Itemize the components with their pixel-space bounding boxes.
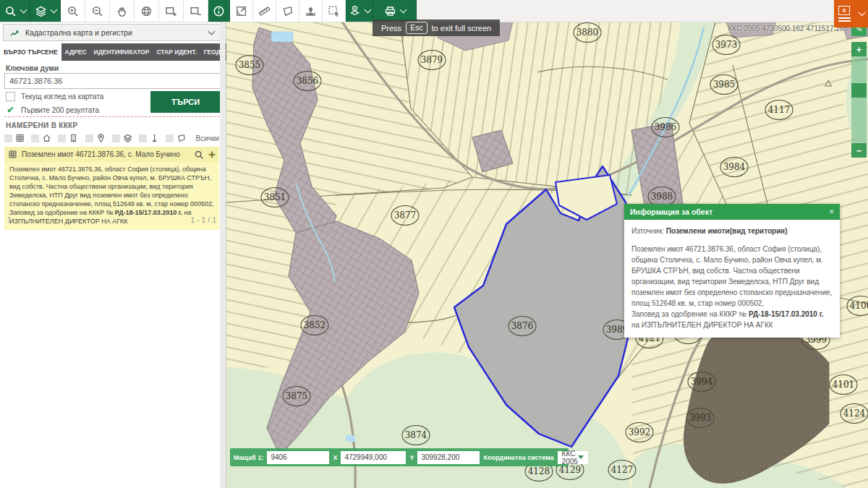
esc-key-badge: Esc	[406, 22, 427, 34]
upload-icon	[305, 5, 317, 17]
tab-quick-search[interactable]: БЪРЗО ТЪРСЕНЕ	[0, 43, 61, 61]
parcel-label-text: 4124	[843, 408, 866, 419]
select-region-icon	[328, 5, 340, 17]
current-view-checkbox[interactable]	[6, 92, 15, 101]
result-type-filters: Всички	[4, 132, 219, 145]
select-region-button[interactable]	[323, 0, 346, 22]
layers-tool-button[interactable]	[30, 0, 61, 22]
zoom-out-button[interactable]	[85, 0, 110, 22]
extent-remove-icon	[190, 5, 202, 17]
parcel-label-text: 4101	[833, 380, 855, 390]
pin-icon[interactable]	[96, 133, 106, 143]
parcel-label-text: 3973	[715, 40, 738, 50]
layer-select-label: Кадастрална карта и регистри	[25, 28, 132, 37]
filter-checkbox[interactable]	[58, 134, 66, 142]
popup-body: Източник: Поземлени имоти(вид територия)…	[624, 220, 840, 338]
dimension-tool-button[interactable]	[230, 0, 253, 22]
parcel-label-text: 3993	[689, 413, 712, 423]
print-button[interactable]	[373, 0, 417, 22]
map-container[interactable]: 3855385638793880387738513852387538743876…	[226, 22, 868, 488]
parcel-label-text: 3994	[691, 377, 713, 387]
orders-icon: 0	[838, 6, 851, 22]
page-number[interactable]: 1	[7, 215, 12, 224]
tooltip-text: Press	[381, 24, 401, 33]
search-button[interactable]: ТЪРСИ	[150, 91, 221, 113]
object-info-popup: Информация за обект × Източник: Поземлен…	[624, 204, 840, 338]
tab-identifier[interactable]: ИДЕНТИФИКАТОР	[90, 43, 153, 61]
parcel-label-text: 3856	[297, 76, 319, 86]
zoom-out-icon	[91, 5, 103, 17]
scale-input[interactable]	[267, 451, 329, 464]
info-icon	[213, 5, 225, 17]
popup-source-label: Източник:	[631, 227, 664, 235]
notifications-count-badge: 0	[838, 6, 850, 15]
zoom-slider-track[interactable]	[851, 56, 867, 143]
grid-icon[interactable]	[15, 133, 25, 143]
parcel-label-text: 3851	[264, 192, 286, 202]
results-heading: НАМЕРЕНИ В КККР	[6, 121, 77, 129]
route-tool-icon	[9, 27, 20, 38]
current-view-label: Текущ изглед на картата	[21, 93, 103, 100]
filter-checkbox[interactable]	[139, 134, 147, 142]
filter-checkbox[interactable]	[31, 134, 39, 142]
full-extent-button[interactable]	[135, 0, 159, 22]
crs-select[interactable]: ККС 2005	[558, 451, 588, 464]
parcel-label-text: 3879	[421, 55, 443, 65]
zoom-to-result-icon[interactable]	[194, 150, 204, 160]
legend-button[interactable]	[346, 0, 373, 22]
filter-checkbox[interactable]	[166, 134, 174, 142]
parcel-label-text: 3988	[651, 192, 673, 202]
layers-icon[interactable]	[123, 133, 132, 143]
result-list-item[interactable]: Поземлен имот 46721.3876.36, с. Мало Буч…	[4, 147, 219, 162]
geodetic-point-icon[interactable]	[150, 133, 159, 143]
keywords-label: Ключови думи	[6, 64, 59, 72]
zoom-slider-handle[interactable]	[851, 83, 867, 98]
sidebar-scrollbar[interactable]	[220, 22, 226, 488]
add-result-icon[interactable]: +	[208, 148, 216, 160]
info-tool-button[interactable]	[208, 0, 230, 22]
pan-button[interactable]	[110, 0, 135, 22]
extent-add-button[interactable]	[159, 0, 184, 22]
close-icon[interactable]: ×	[829, 207, 834, 217]
tab-old-ident[interactable]: СТАР ИДЕНТ.	[153, 43, 200, 61]
measure-distance-button[interactable]	[253, 0, 276, 22]
first200-checkbox-checked[interactable]: ✔	[6, 105, 15, 115]
zoom-in-button[interactable]	[61, 0, 85, 22]
parcel-label-text: 3985	[713, 80, 736, 90]
polygon-icon[interactable]	[176, 133, 186, 143]
notifications-button[interactable]: 0	[834, 0, 868, 27]
map-layer-select[interactable]: Кадастрална карта и регистри	[3, 24, 221, 41]
zoom-in-icon	[67, 5, 79, 17]
filter-checkbox[interactable]	[4, 134, 12, 142]
tab-address[interactable]: АДРЕС	[61, 43, 90, 61]
y-coordinate-input[interactable]	[417, 451, 480, 464]
extent-remove-button[interactable]	[184, 0, 208, 22]
filter-all-label: Всички	[196, 134, 219, 142]
zoom-slider-control: + −	[851, 42, 867, 158]
search-tool-button[interactable]	[0, 0, 30, 22]
upload-button[interactable]	[299, 0, 323, 22]
print-icon	[384, 5, 396, 17]
current-view-row: Текущ изглед на картата	[6, 92, 103, 101]
area-polygon-icon	[281, 5, 294, 17]
filter-checkbox[interactable]	[85, 134, 93, 142]
zoom-out-slider-button[interactable]: −	[851, 143, 867, 158]
building-icon[interactable]	[69, 133, 78, 143]
house-icon[interactable]	[42, 133, 51, 143]
divider	[4, 116, 219, 117]
crs-value: ККС 2005	[562, 450, 578, 466]
keywords-input[interactable]	[4, 73, 226, 89]
chevron-down-icon	[364, 6, 371, 13]
measure-area-button[interactable]	[276, 0, 299, 22]
parcel-label-text: 4129	[559, 465, 582, 475]
filter-checkbox[interactable]	[112, 134, 120, 142]
chevron-down-icon	[399, 6, 407, 13]
first200-label: Първите 200 резултата	[21, 106, 99, 114]
parcel-label-text: 3992	[629, 427, 651, 437]
grid-icon	[8, 150, 17, 159]
zoom-in-slider-button[interactable]: +	[851, 42, 867, 56]
parcel-label-text: 3855	[239, 60, 261, 70]
x-coordinate-input[interactable]	[341, 451, 406, 464]
parcel-label-text: 3986	[655, 122, 677, 132]
parcel-label-text: 4127	[611, 465, 634, 475]
